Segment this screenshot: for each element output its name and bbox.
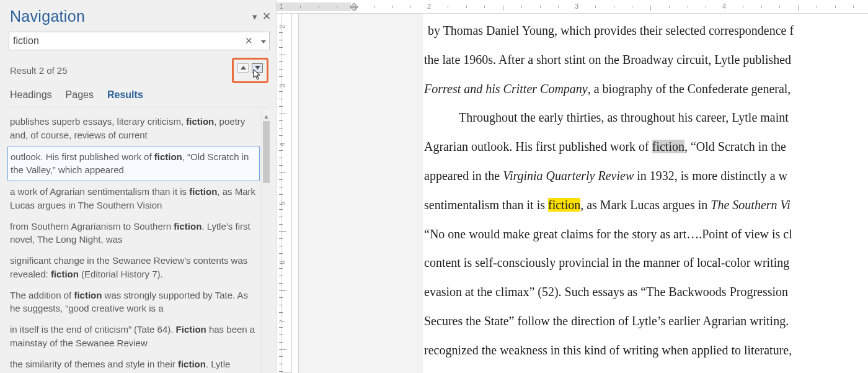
horizontal-ruler: 1234 [277, 0, 868, 14]
document-gutter [299, 0, 423, 373]
doc-line: evasion at the climax” (52). Such essays… [424, 277, 868, 307]
doc-line: sentimentalism than it is fiction, as Ma… [424, 191, 868, 220]
search-result-item[interactable]: a work of Agrarian sentimentalism than i… [7, 181, 260, 216]
navigation-title: Navigation [10, 7, 85, 25]
search-result-item[interactable]: significant change in the Sewanee Review… [7, 250, 260, 285]
prev-result-button[interactable] [237, 63, 249, 73]
search-result-item[interactable]: publishes superb essays, literary critic… [7, 111, 260, 146]
doc-line: recognized the weakness in this kind of … [424, 336, 868, 365]
search-result-item[interactable]: from Southern Agrarianism to Southern fi… [7, 216, 260, 251]
mouse-cursor-icon [253, 69, 262, 83]
search-options-caret-icon[interactable] [261, 35, 266, 47]
tab-pages[interactable]: Pages [66, 89, 94, 101]
search-box-wrap: ✕ [9, 32, 270, 50]
doc-line: Secures the State” follow the direction … [424, 307, 868, 336]
current-match-highlight: fiction [652, 140, 684, 153]
doc-line: Agrarian outlook. His first published wo… [424, 132, 868, 161]
result-count: Result 2 of 25 [10, 65, 68, 76]
document-area: 1234 by Thomas Daniel Young, which provi… [423, 0, 868, 373]
clear-search-icon[interactable]: ✕ [245, 35, 253, 47]
scroll-up-icon[interactable]: ▲ [262, 111, 271, 121]
prev-next-highlight-box [232, 58, 268, 83]
doc-line: Forrest and his Critter Company, a biogr… [424, 74, 868, 104]
search-result-item[interactable]: outlook. His first published work of fic… [7, 146, 260, 182]
results-scrollbar[interactable]: ▲ ▼ [261, 111, 271, 373]
search-result-item[interactable]: the similarity of themes and style in th… [7, 354, 260, 374]
search-result-item[interactable]: in itself is the end of criticism” (Tate… [7, 319, 260, 354]
panel-options-caret-icon[interactable]: ▾ [252, 11, 257, 22]
document-page[interactable]: by Thomas Daniel Young, which provides t… [423, 14, 868, 373]
tab-headings[interactable]: Headings [10, 89, 52, 101]
doc-line: the late 1960s. After a short stint on t… [424, 45, 868, 74]
close-panel-icon[interactable]: ✕ [262, 10, 271, 23]
svg-marker-3 [350, 3, 358, 7]
doc-line: Throughout the early thirties, as throug… [424, 103, 868, 132]
doc-line: much later in career: “When a novel obvi… [424, 365, 868, 373]
search-result-item[interactable]: The addition of fiction was strongly sup… [7, 285, 260, 320]
svg-marker-4 [350, 7, 358, 11]
doc-line: appeared in the Virginia Quarterly Revie… [424, 161, 868, 191]
vertical-ruler: L 234567 [277, 0, 299, 373]
doc-line: “No one would make great claims for the … [424, 220, 868, 249]
doc-line: content is self-consciously provincial i… [424, 248, 868, 277]
match-highlight: fiction [548, 198, 580, 212]
tab-results[interactable]: Results [107, 89, 143, 101]
results-list: publishes superb essays, literary critic… [7, 111, 271, 373]
scroll-thumb[interactable] [263, 121, 270, 183]
search-input[interactable] [9, 32, 270, 50]
svg-marker-0 [261, 40, 266, 43]
svg-marker-1 [241, 66, 246, 70]
navigation-pane: Navigation ▾ ✕ ✕ Result 2 of 25 [0, 0, 277, 373]
doc-line: by Thomas Daniel Young, which provides t… [424, 16, 868, 45]
indent-marker-icon[interactable] [350, 3, 358, 12]
